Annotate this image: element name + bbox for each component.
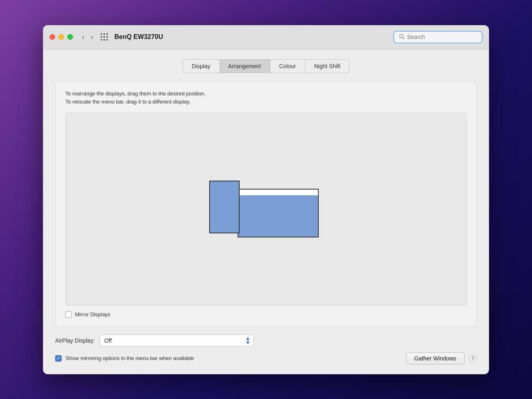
tab-colour[interactable]: Colour — [270, 59, 305, 73]
minimize-button[interactable] — [58, 34, 64, 40]
mirroring-options-row: ✓ Show mirroring options in the menu bar… — [55, 352, 477, 364]
window-title: BenQ EW3270U — [114, 33, 393, 41]
airplay-value: Off — [104, 334, 112, 347]
traffic-lights — [49, 34, 73, 40]
tab-display[interactable]: Display — [182, 59, 219, 73]
mirror-displays-label: Mirror Displays — [75, 311, 110, 317]
svg-line-1 — [403, 37, 405, 39]
main-window: ‹ › BenQ EW3270U Display Ar — [43, 25, 489, 374]
airplay-select-wrapper: Off ▲ ▼ — [100, 334, 254, 347]
mirroring-label: Show mirroring options in the menu bar w… — [66, 355, 402, 361]
content-area: Display Arrangement Colour Night Shift T… — [43, 50, 489, 374]
search-input[interactable] — [407, 34, 477, 40]
gather-windows-button[interactable]: Gather Windows — [406, 352, 465, 364]
mirror-displays-row: Mirror Displays — [65, 311, 467, 318]
nav-buttons: ‹ › — [79, 32, 96, 41]
grid-icon — [101, 33, 108, 41]
arrangement-panel: To rearrange the displays, drag them to … — [55, 81, 477, 326]
tab-bar: Display Arrangement Colour Night Shift — [55, 59, 477, 73]
airplay-select[interactable]: Off — [100, 334, 254, 347]
mirroring-checkbox[interactable]: ✓ — [55, 355, 62, 362]
display-container — [209, 177, 323, 242]
help-button[interactable]: ? — [469, 354, 477, 362]
instruction-line2: To relocate the menu bar, drag it to a d… — [65, 98, 467, 106]
tab-arrangement[interactable]: Arrangement — [219, 59, 270, 73]
search-box[interactable] — [393, 31, 483, 43]
bottom-controls: AirPlay Display: Off ▲ ▼ ✓ Show mirrorin… — [55, 334, 477, 364]
display-secondary[interactable] — [209, 181, 240, 233]
display-arrangement-area[interactable] — [65, 113, 467, 305]
instruction-text: To rearrange the displays, drag them to … — [65, 90, 467, 107]
mirror-displays-checkbox[interactable] — [65, 311, 72, 318]
airplay-label: AirPlay Display: — [55, 337, 95, 344]
back-button[interactable]: ‹ — [79, 32, 87, 41]
checkmark-icon: ✓ — [57, 356, 60, 361]
maximize-button[interactable] — [67, 34, 73, 40]
forward-button[interactable]: › — [88, 32, 96, 41]
search-icon — [399, 34, 405, 41]
airplay-row: AirPlay Display: Off ▲ ▼ — [55, 334, 477, 347]
grid-button[interactable] — [99, 32, 109, 42]
titlebar: ‹ › BenQ EW3270U — [43, 25, 489, 50]
instruction-line1: To rearrange the displays, drag them to … — [65, 90, 467, 98]
tab-night-shift[interactable]: Night Shift — [305, 59, 350, 73]
close-button[interactable] — [49, 34, 55, 40]
display-primary[interactable] — [238, 189, 319, 237]
